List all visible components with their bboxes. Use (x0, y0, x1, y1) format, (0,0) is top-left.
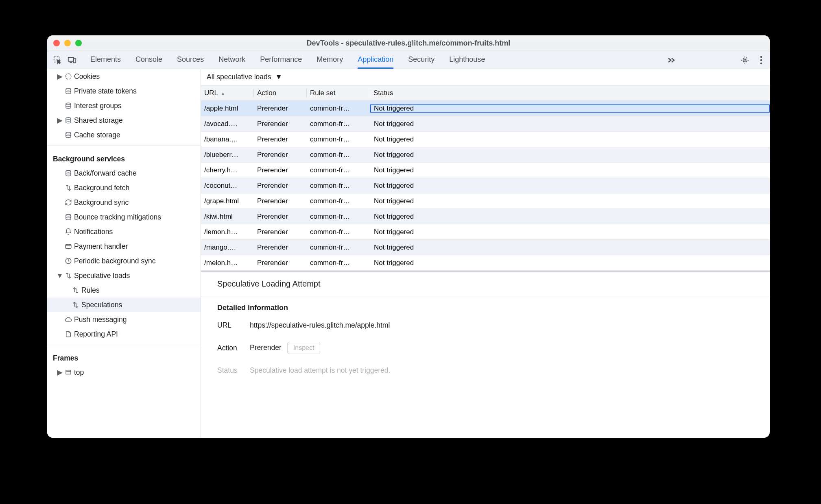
device-icon[interactable] (68, 56, 76, 65)
frames-header: Frames (47, 348, 201, 365)
cell-url: /apple.html (201, 104, 254, 113)
sidebar-item-back-forward-cache[interactable]: Back/forward cache (47, 166, 201, 180)
minimize-window-icon[interactable] (64, 40, 71, 46)
sidebar-item-label: Push messaging (74, 315, 127, 324)
svg-rect-16 (66, 370, 71, 374)
sync-icon (63, 199, 74, 206)
cell-url: /lemon.h… (201, 228, 254, 236)
sidebar-item-bounce-tracking-mitigations[interactable]: Bounce tracking mitigations (47, 210, 201, 224)
db-icon (63, 117, 74, 124)
table-row[interactable]: /melon.h…Prerendercommon-fr…Not triggere… (201, 255, 770, 271)
sidebar-item-payment-handler[interactable]: Payment handler (47, 239, 201, 254)
cell-ruleset: common-fr… (307, 135, 370, 143)
sidebar-item-background-fetch[interactable]: Background fetch (47, 180, 201, 195)
table-row[interactable]: /avocad….Prerendercommon-fr…Not triggere… (201, 116, 770, 132)
table-row[interactable]: /grape.htmlPrerendercommon-fr…Not trigge… (201, 193, 770, 209)
tab-elements[interactable]: Elements (90, 51, 121, 69)
tab-application[interactable]: Application (358, 51, 393, 69)
sidebar-item-interest-groups[interactable]: Interest groups (47, 98, 201, 113)
arrows-icon (70, 287, 81, 294)
cell-status: Not triggered (370, 151, 770, 159)
sidebar-item-label: top (74, 368, 84, 377)
detail-status-label: Status (217, 366, 250, 375)
tab-security[interactable]: Security (408, 51, 435, 69)
sidebar-item-label: Background fetch (74, 184, 129, 192)
sidebar-item-label: Interest groups (74, 102, 122, 110)
column-url[interactable]: URL▲ (201, 89, 254, 97)
cell-ruleset: common-fr… (307, 182, 370, 190)
cell-action: Prerender (254, 151, 307, 159)
cell-ruleset: common-fr… (307, 151, 370, 159)
cell-status: Not triggered (370, 259, 770, 267)
background-services-header: Background services (47, 149, 201, 166)
svg-rect-14 (66, 245, 71, 249)
inspect-button: Inspect (287, 342, 321, 354)
svg-point-10 (66, 117, 71, 119)
tab-console[interactable]: Console (135, 51, 162, 69)
sidebar-item-background-sync[interactable]: Background sync (47, 195, 201, 210)
expander-icon: ▶ (57, 368, 63, 377)
sidebar-item-label: Bounce tracking mitigations (74, 213, 161, 222)
column-status[interactable]: Status (370, 89, 770, 97)
table-row[interactable]: /cherry.h…Prerendercommon-fr…Not trigger… (201, 163, 770, 178)
cell-ruleset: common-fr… (307, 197, 370, 205)
column-action[interactable]: Action (254, 89, 307, 97)
sidebar-item-label: Shared storage (74, 116, 123, 125)
arrows-icon (63, 184, 74, 191)
expander-icon: ▼ (57, 272, 63, 280)
detail-row-status: Status Speculative load attempt is not y… (201, 363, 770, 378)
divider (47, 146, 201, 146)
sidebar-item-label: Speculations (81, 301, 122, 309)
inspect-icon[interactable] (53, 56, 62, 65)
cell-action: Prerender (254, 243, 307, 252)
more-tabs-icon[interactable] (667, 56, 676, 65)
table-row[interactable]: /lemon.h…Prerendercommon-fr…Not triggere… (201, 224, 770, 240)
detail-row-url: URL https://speculative-rules.glitch.me/… (201, 318, 770, 333)
tab-network[interactable]: Network (218, 51, 245, 69)
sidebar-item-shared-storage[interactable]: ▶Shared storage (47, 113, 201, 128)
svg-point-12 (66, 170, 71, 172)
cloud-icon (63, 316, 74, 323)
kebab-icon[interactable] (757, 56, 766, 65)
cell-url: /melon.h… (201, 259, 254, 267)
filter-label: All speculative loads (207, 73, 271, 81)
sidebar-item-rules[interactable]: Rules (47, 283, 201, 298)
svg-point-11 (66, 132, 71, 134)
column-ruleset[interactable]: Rule set (307, 89, 370, 97)
sidebar-item-speculative-loads[interactable]: ▼Speculative loads (47, 268, 201, 283)
sidebar-item-push-messaging[interactable]: Push messaging (47, 312, 201, 327)
db-icon (63, 102, 74, 109)
sidebar-item-top[interactable]: ▶top (47, 365, 201, 380)
sidebar-item-private-state-tokens[interactable]: Private state tokens (47, 84, 201, 98)
table-row[interactable]: /mango.…Prerendercommon-fr…Not triggered (201, 240, 770, 255)
sidebar-item-cookies[interactable]: ▶Cookies (47, 69, 201, 84)
table-row[interactable]: /coconut…Prerendercommon-fr…Not triggere… (201, 178, 770, 193)
sidebar-item-notifications[interactable]: Notifications (47, 224, 201, 239)
table-row[interactable]: /blueberr…Prerendercommon-fr…Not trigger… (201, 147, 770, 163)
sidebar-item-speculations[interactable]: Speculations (47, 298, 201, 312)
speculations-table: URL▲ Action Rule set Status /apple.htmlP… (201, 85, 770, 271)
maximize-window-icon[interactable] (75, 40, 82, 46)
detail-action-label: Action (217, 344, 250, 352)
close-window-icon[interactable] (53, 40, 60, 46)
tab-lighthouse[interactable]: Lighthouse (449, 51, 485, 69)
sidebar-item-periodic-background-sync[interactable]: Periodic background sync (47, 254, 201, 268)
gear-icon[interactable] (740, 56, 749, 65)
cell-url: /banana.… (201, 135, 254, 143)
cell-action: Prerender (254, 259, 307, 267)
sidebar-item-reporting-api[interactable]: Reporting API (47, 327, 201, 341)
table-row[interactable]: /banana.…Prerendercommon-fr…Not triggere… (201, 132, 770, 147)
tab-memory[interactable]: Memory (317, 51, 343, 69)
tab-performance[interactable]: Performance (260, 51, 302, 69)
db-icon (63, 213, 74, 221)
sidebar-item-label: Rules (81, 286, 100, 295)
table-row[interactable]: /kiwi.htmlPrerendercommon-fr…Not trigger… (201, 209, 770, 224)
tab-sources[interactable]: Sources (177, 51, 204, 69)
svg-point-4 (760, 56, 762, 57)
filter-dropdown[interactable]: All speculative loads ▼ (201, 69, 770, 85)
table-row[interactable]: /apple.htmlPrerendercommon-fr…Not trigge… (201, 101, 770, 116)
sidebar-item-cache-storage[interactable]: Cache storage (47, 128, 201, 142)
cell-status: Not triggered (370, 228, 770, 236)
cell-action: Prerender (254, 166, 307, 174)
sidebar-item-label: Cache storage (74, 131, 120, 139)
